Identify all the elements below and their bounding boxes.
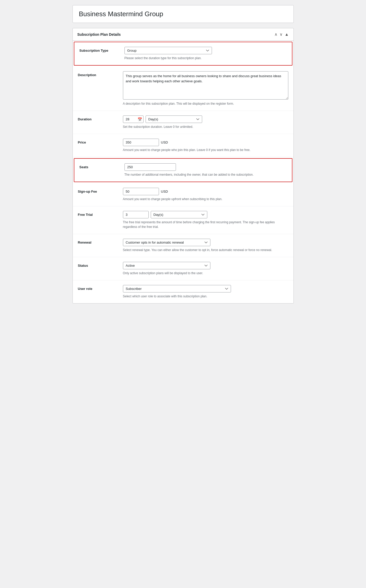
panel-title: Subscription Plan Details: [77, 32, 121, 37]
signup-fee-help: Amount you want to charge people upfront…: [123, 197, 288, 201]
renewal-label: Renewal: [78, 239, 123, 245]
description-textarea[interactable]: This group serves as the home for all bu…: [123, 71, 288, 100]
seats-content: The number of additional members, includ…: [124, 163, 287, 177]
price-label: Price: [78, 139, 123, 145]
subscription-plan-panel: Subscription Plan Details ∧ ∨ ▲ Subscrip…: [73, 28, 294, 304]
free-trial-help: The free trial represents the amount of …: [123, 220, 288, 229]
description-help: A description for this subscription plan…: [123, 101, 288, 106]
free-trial-label: Free Trial: [78, 211, 123, 217]
status-row: Status Active Inactive Only active subsc…: [73, 257, 293, 280]
expand-icon[interactable]: ▲: [285, 32, 289, 37]
duration-row: Duration 📅 Day(s) Week(s) Month(s) Year(…: [73, 111, 293, 134]
status-wrap: Active Inactive: [123, 262, 288, 269]
price-currency: USD: [161, 140, 168, 144]
signup-fee-content: USD Amount you want to charge people upf…: [123, 188, 288, 201]
renewal-row: Renewal Customer opts in for automatic r…: [73, 234, 293, 257]
page-title: Business Mastermind Group: [79, 10, 287, 18]
subscription-type-wrap: Group Individual Corporate: [124, 47, 287, 54]
duration-content: 📅 Day(s) Week(s) Month(s) Year(s) Set th…: [123, 115, 288, 129]
duration-number-wrapper: 📅: [123, 115, 144, 123]
renewal-select[interactable]: Customer opts in for automatic renewal F…: [123, 239, 210, 246]
duration-label: Duration: [78, 115, 123, 122]
free-trial-content: Day(s) Week(s) Month(s) Year(s) The free…: [123, 211, 288, 229]
price-content: USD Amount you want to charge people who…: [123, 139, 288, 152]
title-box: Business Mastermind Group: [73, 5, 294, 23]
subscription-type-label: Subscription Type: [79, 47, 124, 53]
user-role-select[interactable]: Subscriber Administrator Editor Author C…: [123, 285, 231, 292]
free-trial-unit-select[interactable]: Day(s) Week(s) Month(s) Year(s): [151, 211, 207, 218]
seats-help: The number of additional members, includ…: [124, 172, 287, 177]
price-help: Amount you want to charge people who joi…: [123, 148, 288, 152]
duration-unit-select[interactable]: Day(s) Week(s) Month(s) Year(s): [146, 115, 202, 123]
seats-label: Seats: [79, 163, 124, 170]
description-content: This group serves as the home for all bu…: [123, 71, 288, 106]
signup-fee-input[interactable]: [123, 188, 159, 195]
status-content: Active Inactive Only active subscription…: [123, 262, 288, 275]
description-label: Description: [78, 71, 123, 77]
user-role-help: Select which user role to associate with…: [123, 294, 288, 299]
price-wrap: USD: [123, 139, 288, 146]
seats-wrap: [124, 163, 287, 171]
seats-input[interactable]: [124, 163, 176, 171]
seats-row: Seats The number of additional members, …: [74, 158, 292, 182]
status-help: Only active subscription plans will be d…: [123, 271, 288, 275]
user-role-wrap: Subscriber Administrator Editor Author C…: [123, 285, 288, 292]
signup-fee-row: Sign-up Fee USD Amount you want to charg…: [73, 183, 293, 206]
renewal-wrap: Customer opts in for automatic renewal F…: [123, 239, 288, 246]
user-role-row: User role Subscriber Administrator Edito…: [73, 280, 293, 303]
renewal-help: Select renewal type. You can either allo…: [123, 248, 288, 252]
duration-wrap: 📅 Day(s) Week(s) Month(s) Year(s): [123, 115, 288, 123]
subscription-type-content: Group Individual Corporate Please select…: [124, 47, 287, 60]
subscription-type-row: Subscription Type Group Individual Corpo…: [74, 42, 292, 66]
signup-fee-label: Sign-up Fee: [78, 188, 123, 194]
status-select[interactable]: Active Inactive: [123, 262, 210, 269]
free-trial-wrap: Day(s) Week(s) Month(s) Year(s): [123, 211, 288, 218]
user-role-content: Subscriber Administrator Editor Author C…: [123, 285, 288, 299]
free-trial-input[interactable]: [123, 211, 149, 218]
calendar-icon[interactable]: 📅: [137, 117, 143, 122]
signup-fee-wrap: USD: [123, 188, 288, 195]
panel-header: Subscription Plan Details ∧ ∨ ▲: [73, 28, 293, 41]
collapse-up-icon[interactable]: ∧: [274, 32, 278, 37]
collapse-down-icon[interactable]: ∨: [280, 32, 283, 37]
page-wrapper: Business Mastermind Group Subscription P…: [73, 5, 294, 304]
panel-body: Subscription Type Group Individual Corpo…: [73, 42, 293, 303]
user-role-label: User role: [78, 285, 123, 291]
duration-help: Set the subscription duration. Leave 0 f…: [123, 124, 288, 129]
price-input[interactable]: [123, 139, 159, 146]
signup-fee-currency: USD: [161, 190, 168, 193]
subscription-type-help: Please select the duration type for this…: [124, 56, 287, 60]
status-label: Status: [78, 262, 123, 268]
price-row: Price USD Amount you want to charge peop…: [73, 134, 293, 157]
free-trial-row: Free Trial Day(s) Week(s) Month(s) Year(…: [73, 206, 293, 234]
subscription-type-select[interactable]: Group Individual Corporate: [124, 47, 212, 54]
description-row: Description This group serves as the hom…: [73, 67, 293, 111]
renewal-content: Customer opts in for automatic renewal F…: [123, 239, 288, 252]
panel-controls: ∧ ∨ ▲: [274, 32, 289, 37]
